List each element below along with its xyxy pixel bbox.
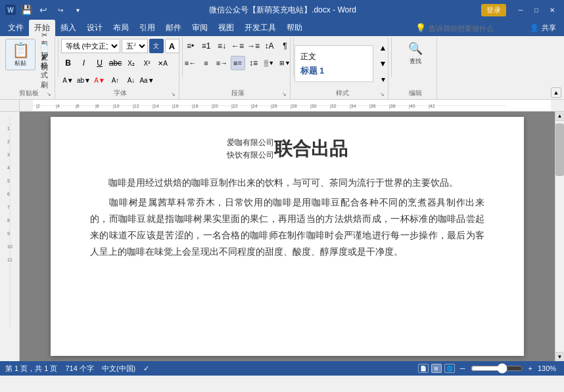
strikethrough-button[interactable]: abc [108, 56, 123, 70]
ribbon-collapse-button[interactable]: ▲ [551, 87, 561, 98]
zoom-out-icon[interactable]: ─ [460, 364, 465, 372]
share-label[interactable]: 共享 [542, 23, 556, 33]
shading-button[interactable]: ▒▼ [262, 56, 277, 70]
scrollbar-up-button[interactable]: ▲ [555, 112, 564, 121]
format-painter-button[interactable]: 🖌 格式刷 [37, 65, 52, 77]
menu-item-layout[interactable]: 布局 [108, 20, 134, 36]
zoom-percent[interactable]: 130% [538, 364, 559, 372]
justify-button[interactable]: ≡= [231, 56, 245, 70]
svg-text:9: 9 [7, 231, 10, 236]
svg-text:8: 8 [7, 218, 10, 223]
menu-item-references[interactable]: 引用 [134, 20, 160, 36]
doc-scroll-area[interactable]: 爱咖有限公司 快饮有限公司 联合出品 咖啡是用经过烘焙的咖啡豆制作出来的饮料，与… [20, 112, 555, 361]
menu-item-view[interactable]: 视图 [213, 20, 239, 36]
paste-button[interactable]: 📋 粘贴 [5, 39, 35, 70]
font-expand-icon[interactable]: ↘ [171, 91, 177, 98]
undo-button[interactable]: ↩ [37, 3, 50, 16]
tell-me-input[interactable] [429, 24, 527, 32]
save-button[interactable]: 💾 [20, 3, 33, 16]
close-button[interactable]: ✕ [546, 3, 559, 16]
change-case-button[interactable]: Aa▼ [140, 73, 154, 87]
menu-item-developer[interactable]: 开发工具 [239, 20, 281, 36]
font-shrink-button[interactable]: A↓ [124, 73, 139, 87]
bold-button[interactable]: B [61, 56, 76, 70]
document-body: 咖啡是用经过烘焙的咖啡豆制作出来的饮料，与可可、茶同为流行于世界的主要饮品。 咖… [90, 175, 484, 260]
menu-item-help[interactable]: 帮助 [281, 20, 308, 36]
svg-text:|22: |22 [231, 104, 238, 109]
menu-item-mailings[interactable]: 邮件 [160, 20, 187, 36]
svg-text:|20: |20 [212, 104, 218, 109]
superscript-button[interactable]: X² [140, 56, 154, 70]
zoom-in-icon[interactable]: + [529, 364, 532, 372]
styles-label: 样式 [296, 89, 388, 98]
svg-text:|6: |6 [76, 104, 80, 109]
find-button[interactable]: 🔍 查找 [401, 39, 430, 68]
styles-down-button[interactable]: ▼ [376, 56, 390, 71]
svg-text:|32: |32 [330, 104, 337, 109]
svg-text:|36: |36 [369, 104, 376, 109]
zoom-slider[interactable] [471, 365, 523, 372]
italic-button[interactable]: I [77, 56, 91, 70]
minimize-button[interactable]: ─ [514, 3, 527, 16]
multilevel-button[interactable]: ≡↓ [215, 39, 229, 53]
svg-text:|26: |26 [271, 104, 277, 109]
scrollbar-thumb[interactable] [555, 123, 564, 176]
scrollbar-down-button[interactable]: ▼ [555, 352, 564, 361]
redo-button[interactable]: ↪ [54, 3, 67, 16]
borders-button[interactable]: ⊞▼ [278, 56, 293, 70]
spell-check-icon: ✓ [143, 364, 149, 373]
clipboard-expand-icon[interactable]: ↘ [47, 91, 53, 98]
vertical-scrollbar[interactable]: ▲ ▼ [555, 112, 564, 361]
menu-item-design[interactable]: 设计 [82, 20, 108, 36]
menu-item-insert[interactable]: 插入 [55, 20, 82, 36]
subscript-button[interactable]: X₂ [124, 56, 139, 70]
increase-indent-button[interactable]: →≡ [247, 39, 261, 53]
numbering-button[interactable]: ≡1 [199, 39, 214, 53]
svg-text:7: 7 [7, 205, 10, 209]
maximize-button[interactable]: □ [530, 3, 543, 16]
sort-button[interactable]: ↕A [262, 39, 277, 53]
font-grow-button[interactable]: A↑ [108, 73, 123, 87]
styles-more-button[interactable]: ▾ [376, 72, 390, 87]
view-read-button[interactable]: 📄 [418, 364, 429, 373]
login-button[interactable]: 登录 [481, 4, 506, 16]
highlight-button[interactable]: ab▼ [77, 73, 91, 87]
menu-item-file[interactable]: 文件 [3, 20, 29, 36]
scrollbar-track[interactable] [555, 121, 564, 352]
vertical-ruler: 1 2 3 4 5 6 7 8 9 10 11 [0, 112, 20, 361]
styles-up-button[interactable]: ▲ [376, 41, 390, 55]
font-color-button[interactable]: A▼ [61, 73, 76, 87]
show-marks-button[interactable]: ¶ [278, 39, 293, 53]
font-wen-button[interactable]: 文 [149, 39, 164, 53]
separator-1 [58, 37, 59, 77]
svg-text:|28: |28 [291, 104, 297, 109]
title-bar-controls: 登录 ─ □ ✕ [481, 3, 559, 16]
view-web-button[interactable]: 🌐 [444, 364, 455, 373]
style-h1[interactable]: 标题 1 [295, 64, 373, 78]
svg-text:5: 5 [7, 179, 10, 183]
svg-text:|12: |12 [133, 104, 139, 109]
underline-button[interactable]: U [93, 56, 107, 70]
align-right-button[interactable]: ≡→ [215, 56, 229, 70]
menu-item-review[interactable]: 审阅 [187, 20, 213, 36]
decrease-indent-button[interactable]: ←≡ [231, 39, 245, 53]
line-spacing-button[interactable]: ↕≡ [247, 56, 261, 70]
title-bar-left: W 💾 ↩ ↪ ▾ [5, 3, 84, 16]
style-normal[interactable]: 正文 [295, 50, 373, 64]
font-size-select[interactable]: 五号 [122, 39, 148, 53]
customize-button[interactable]: ▾ [71, 3, 84, 16]
font-color-2-button[interactable]: A▼ [93, 73, 107, 87]
styles-expand-icon[interactable]: ↘ [380, 91, 387, 98]
svg-text:|40: |40 [409, 104, 415, 109]
align-center-button[interactable]: ≡ [199, 56, 214, 70]
clear-format-button[interactable]: ✕A [156, 56, 170, 70]
font-a-button[interactable]: A [165, 39, 179, 53]
paragraph-expand-icon[interactable]: ↘ [282, 91, 289, 98]
bullets-button[interactable]: ≡• [183, 39, 198, 53]
document-page: 爱咖有限公司 快饮有限公司 联合出品 咖啡是用经过烘焙的咖啡豆制作出来的饮料，与… [51, 117, 524, 356]
view-print-button[interactable]: ⊞ [431, 364, 442, 373]
svg-text:|38: |38 [389, 104, 396, 109]
align-left-button[interactable]: ≡← [183, 56, 198, 70]
sub-title-text: 爱咖有限公司 快饮有限公司 [227, 137, 274, 162]
font-name-select[interactable]: 等线 (中文正文) [61, 39, 120, 53]
